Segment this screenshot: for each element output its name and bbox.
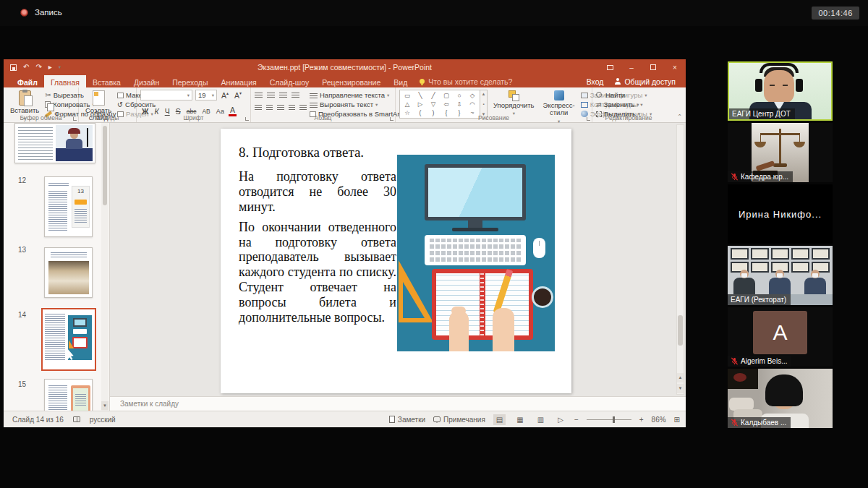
- slide-paragraph-1: На подготовку ответа отводится не более …: [239, 169, 396, 215]
- participant-tile-irina[interactable]: Ирина Никифо...: [728, 184, 833, 244]
- slide-thumbnail-15[interactable]: [44, 379, 93, 411]
- scrollbar-thumb[interactable]: [678, 315, 683, 346]
- proofing-icon[interactable]: [73, 416, 80, 422]
- replace-button[interactable]: ⇄Заменить▾: [596, 100, 640, 108]
- participant-tile-rektorat[interactable]: ЕАГИ (Ректорат): [728, 246, 833, 305]
- slide-thumbnail-12[interactable]: 13: [44, 176, 93, 237]
- dialog-launcher-icon[interactable]: [245, 117, 249, 121]
- tab-home[interactable]: Главная: [44, 75, 86, 87]
- notes-pane[interactable]: Заметки к слайду: [110, 396, 686, 411]
- decrease-indent-icon[interactable]: [279, 91, 287, 98]
- ribbon-tabs: Файл Главная Вставка Дизайн Переходы Ани…: [4, 75, 686, 87]
- headphones-graphic: [760, 63, 799, 73]
- participant-tile-eagi-dot[interactable]: ЕАГИ Центр ДОТ: [728, 61, 833, 121]
- powerpoint-window: ↶ ↷ ▸ ▾ Экзамен.ppt [Режим совместимости…: [4, 59, 686, 427]
- slide-number: 14: [18, 311, 26, 319]
- numbering-icon[interactable]: [267, 91, 275, 98]
- zoom-slider[interactable]: [587, 419, 631, 420]
- dialog-launcher-icon[interactable]: [73, 117, 77, 121]
- slide-title[interactable]: 8. Подготовка ответа.: [239, 145, 412, 160]
- thumbnail-picture: [56, 125, 93, 161]
- muted-mic-icon: [731, 357, 739, 365]
- slide-thumbnail-13[interactable]: [44, 247, 93, 298]
- zoom-slider-thumb[interactable]: [613, 416, 615, 423]
- columns-icon[interactable]: [299, 103, 307, 110]
- scroll-down-icon[interactable]: ▼: [101, 401, 109, 410]
- font-name-combobox[interactable]: ▾: [140, 90, 192, 100]
- change-case-button[interactable]: Аа: [215, 108, 226, 115]
- recording-indicator[interactable]: Запись: [20, 8, 62, 17]
- shrink-font-button[interactable]: А▾: [233, 90, 243, 100]
- lightbulb-icon: [420, 79, 425, 84]
- tab-slideshow[interactable]: Слайд-шоу: [263, 75, 315, 87]
- participant-tile-kaldybaev[interactable]: Калдыбаев ...: [728, 369, 833, 428]
- tab-design[interactable]: Дизайн: [127, 75, 166, 87]
- font-size-combobox[interactable]: 19▾: [195, 90, 217, 100]
- next-slide-icon[interactable]: ▼: [677, 384, 684, 393]
- comments-toggle-button[interactable]: Примечания: [433, 416, 485, 424]
- wall-picture-graphic: [728, 369, 758, 389]
- align-left-icon[interactable]: [255, 103, 262, 110]
- panel-scrollbar[interactable]: ▼: [101, 123, 109, 411]
- tab-review[interactable]: Рецензирование: [315, 75, 387, 87]
- tab-file[interactable]: Файл: [11, 75, 44, 87]
- text-direction-button[interactable]: Направление текста▾: [310, 91, 407, 99]
- slide-thumbnail-11[interactable]: [14, 123, 95, 163]
- tab-transitions[interactable]: Переходы: [166, 75, 214, 87]
- participant-name-label: Aigerim Beis...: [728, 356, 791, 367]
- find-button[interactable]: Найти: [596, 91, 640, 99]
- reading-view-button[interactable]: ▥: [535, 414, 547, 425]
- arrange-button[interactable]: Упорядочить ▾: [490, 90, 537, 117]
- participant-tile-kafedra[interactable]: Кафедра юр...: [728, 123, 833, 182]
- left-hand-graphic: [449, 311, 469, 351]
- align-text-button[interactable]: Выровнять текст▾: [310, 100, 407, 108]
- tab-view[interactable]: Вид: [387, 75, 414, 87]
- zoom-level[interactable]: 86%: [652, 416, 666, 424]
- recording-label: Запись: [35, 8, 62, 17]
- language-indicator[interactable]: русский: [90, 416, 116, 424]
- tab-animations[interactable]: Анимация: [214, 75, 263, 87]
- slide-illustration-desk[interactable]: [397, 155, 555, 351]
- share-button[interactable]: Общий доступ: [615, 77, 676, 86]
- slide-number: 15: [18, 380, 26, 388]
- dialog-launcher-icon[interactable]: [587, 117, 590, 121]
- slide-sorter-view-button[interactable]: ▦: [514, 414, 526, 425]
- align-center-icon[interactable]: [266, 103, 273, 110]
- align-right-icon[interactable]: [277, 103, 284, 110]
- sign-in-link[interactable]: Вход: [587, 77, 604, 86]
- text-direction-icon: [310, 92, 318, 98]
- text-shadow-button[interactable]: abc: [185, 108, 198, 115]
- justify-icon[interactable]: [289, 103, 296, 110]
- status-bar: Слайд 14 из 16 русский Заметки Примечани…: [4, 411, 686, 427]
- reset-icon: ↺: [117, 100, 123, 108]
- slide-thumbnail-14-selected[interactable]: [41, 308, 96, 371]
- dialog-launcher-icon[interactable]: [390, 117, 393, 121]
- scissors-icon: ✂: [45, 91, 51, 99]
- fit-to-window-icon[interactable]: ⊞: [674, 416, 680, 424]
- normal-view-button[interactable]: ▤: [493, 414, 506, 425]
- slideshow-view-button[interactable]: ▷: [555, 414, 566, 425]
- muted-mic-icon: [731, 419, 739, 427]
- notes-toggle-button[interactable]: Заметки: [389, 416, 425, 424]
- participant-tile-aigerim[interactable]: A Aigerim Beis...: [728, 307, 833, 367]
- bullets-icon[interactable]: [255, 91, 263, 98]
- editing-scrollbar[interactable]: ▲ ▼: [676, 124, 684, 395]
- slide-counter[interactable]: Слайд 14 из 16: [12, 416, 64, 424]
- tab-insert[interactable]: Вставка: [86, 75, 127, 87]
- slide-body-text[interactable]: На подготовку ответа отводится не более …: [239, 169, 396, 330]
- zoom-in-button[interactable]: +: [639, 416, 644, 424]
- layout-icon: [117, 93, 124, 98]
- zoom-out-button[interactable]: −: [574, 416, 579, 424]
- previous-slide-icon[interactable]: ▲: [677, 373, 684, 382]
- scrollbar-thumb[interactable]: [103, 126, 107, 205]
- current-slide-canvas[interactable]: 8. Подготовка ответа. На подготовку отве…: [221, 129, 571, 393]
- slide-editing-area: 8. Подготовка ответа. На подготовку отве…: [110, 123, 686, 396]
- group-label-paragraph: Абзац: [251, 114, 395, 121]
- tell-me-box[interactable]: Что вы хотите сделать?: [420, 75, 512, 87]
- thumbnail-photo: [48, 261, 89, 294]
- collapse-ribbon-icon[interactable]: ⌃: [677, 114, 682, 120]
- increase-indent-icon[interactable]: [292, 91, 299, 98]
- character-spacing-button[interactable]: АВ: [200, 108, 211, 115]
- shape-fill-icon: [581, 93, 588, 98]
- grow-font-button[interactable]: А▴: [220, 90, 230, 100]
